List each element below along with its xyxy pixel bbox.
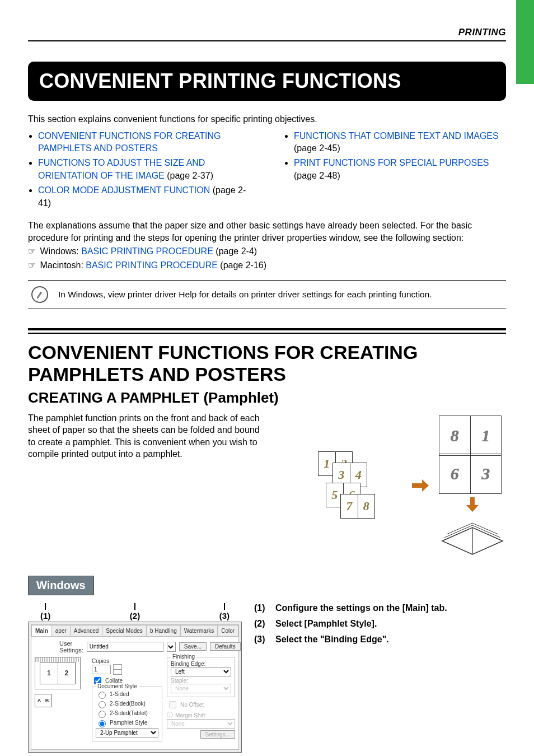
binding-edge-select[interactable]: Left xyxy=(171,667,231,676)
step-num-1: (1) xyxy=(254,603,270,613)
pointer-icon: ☞ xyxy=(28,260,35,270)
step-num-2: (2) xyxy=(254,619,270,629)
tab-job-handling[interactable]: b Handling xyxy=(146,625,181,636)
pointer-mac-page: (page 2-16) xyxy=(220,260,266,270)
section-divider xyxy=(28,328,506,334)
user-settings-label: User Settings: xyxy=(59,640,83,654)
pointer-icon: ☞ xyxy=(28,246,35,256)
user-settings-input[interactable] xyxy=(87,642,163,652)
step-num-3: (3) xyxy=(254,634,270,645)
doc-style-legend: Document Style xyxy=(96,683,139,689)
step-text-3: Select the "Binding Edge". xyxy=(275,634,389,645)
binding-edge-label: Binding Edge: xyxy=(171,661,231,667)
orientation-icon: A B xyxy=(35,694,51,707)
page-title: CONVENIENT PRINTING FUNCTIONS xyxy=(28,62,506,101)
intro-text: This section explains convenient functio… xyxy=(28,113,506,125)
link-special-purposes[interactable]: PRINT FUNCTIONS FOR SPECIAL PURPOSES xyxy=(294,158,489,167)
radio-pamphlet-style[interactable] xyxy=(99,720,106,727)
heading-creating-pamphlet: CREATING A PAMPHLET (Pamphlet) xyxy=(28,389,506,407)
header-rule: PRINTING xyxy=(28,40,506,41)
callout-2: (2) xyxy=(130,611,140,620)
spread-page: 3 xyxy=(471,454,502,493)
radio-2sided-tablet[interactable] xyxy=(99,711,106,718)
tab-main[interactable]: Main xyxy=(31,625,52,636)
pointer-mac-prefix: Macintosh: xyxy=(40,260,86,270)
copies-label: Copies: xyxy=(92,658,162,664)
pamphlet-description: The pamphlet function prints on the fron… xyxy=(28,412,263,556)
tab-advanced[interactable]: Advanced xyxy=(70,625,102,636)
opt-pamphlet: Pamphlet Style xyxy=(110,720,147,726)
tab-bar: Main aper Advanced Special Modes b Handl… xyxy=(31,625,238,637)
defaults-button[interactable]: Defaults xyxy=(210,642,241,651)
preview-page-1: 1 xyxy=(40,662,58,684)
callout-3: (3) xyxy=(219,611,229,620)
explanation-text: The explanations assume that the paper s… xyxy=(28,220,506,245)
radio-1sided[interactable] xyxy=(99,692,106,699)
staple-label: Staple: xyxy=(171,678,231,684)
booklet-icon xyxy=(439,515,506,556)
settings-button: Settings... xyxy=(200,730,235,739)
callout-1: (1) xyxy=(40,611,50,620)
orient-b: B xyxy=(45,698,49,703)
printer-driver-dialog: Main aper Advanced Special Modes b Handl… xyxy=(28,622,242,753)
preview-page-2: 2 xyxy=(58,662,76,684)
margin-shift-label: Margin Shift: xyxy=(175,712,207,718)
spread-page: 1 xyxy=(471,416,502,455)
copies-input[interactable] xyxy=(92,665,111,674)
spread-top: 8 1 xyxy=(439,416,502,456)
step-text-2: Select [Pamphlet Style]. xyxy=(275,619,377,629)
note-box: In Windows, view printer driver Help for… xyxy=(28,280,506,309)
pencil-icon xyxy=(30,285,50,305)
orient-a: A xyxy=(38,698,41,703)
opt-1sided: 1-Sided xyxy=(110,691,129,697)
link-column-left: CONVENIENT FUNCTIONS FOR CREATING PAMPHL… xyxy=(28,130,250,212)
arrow-right-icon xyxy=(412,480,429,491)
link-pamphlets-posters[interactable]: CONVENIENT FUNCTIONS FOR CREATING PAMPHL… xyxy=(38,131,221,153)
tab-paper[interactable]: aper xyxy=(51,625,71,636)
spread-page: 6 xyxy=(439,454,471,493)
margin-shift-select: None xyxy=(167,719,235,729)
pamphlet-type-select[interactable]: 2-Up Pamphlet xyxy=(96,728,158,738)
tab-watermarks[interactable]: Watermarks xyxy=(180,625,218,636)
info-icon: ⓘ xyxy=(167,711,173,719)
sheet-num: 7 xyxy=(341,494,358,518)
no-offset-label: No Offset xyxy=(180,702,204,708)
user-settings-dropdown[interactable] xyxy=(167,642,176,652)
no-offset-checkbox xyxy=(169,701,176,708)
link-suffix: (page 2-45) xyxy=(294,143,340,153)
section-label: PRINTING xyxy=(458,27,506,38)
spread-mid: 6 3 xyxy=(439,454,502,494)
link-column-right: FUNCTIONS THAT COMBINE TEXT AND IMAGES (… xyxy=(284,130,506,212)
link-text-images[interactable]: FUNCTIONS THAT COMBINE TEXT AND IMAGES xyxy=(294,131,499,141)
spread-page: 8 xyxy=(439,416,471,455)
tab-color[interactable]: Color xyxy=(217,625,238,636)
opt-2book: 2-Sided(Book) xyxy=(110,701,146,707)
spinner-icon[interactable] xyxy=(113,664,122,675)
link-basic-printing-win[interactable]: BASIC PRINTING PROCEDURE xyxy=(81,246,213,256)
sheet-num: 8 xyxy=(358,494,375,518)
pamphlet-diagram: 1 2 3 4 5 6 7 8 xyxy=(279,412,506,556)
link-basic-printing-mac[interactable]: BASIC PRINTING PROCEDURE xyxy=(86,260,218,270)
arrow-down-icon xyxy=(467,497,477,512)
step-text-1: Configure the settings on the [Main] tab… xyxy=(275,603,447,613)
radio-2sided-book[interactable] xyxy=(99,701,106,708)
save-button[interactable]: Save... xyxy=(179,642,207,651)
staple-select: None xyxy=(171,684,231,693)
heading-pamphlets-posters: CONVENIENT FUNCTIONS FOR CREATING PAMPHL… xyxy=(28,342,506,385)
link-suffix: (page 2-48) xyxy=(294,171,340,180)
callout-row: (1) (2) (3) xyxy=(28,603,242,620)
note-text: In Windows, view printer driver Help for… xyxy=(58,290,432,300)
link-color-mode[interactable]: COLOR MODE ADJUSTMENT FUNCTION xyxy=(38,185,210,195)
preview-icon: 1 2 xyxy=(35,657,81,689)
os-badge-windows: Windows xyxy=(28,576,94,595)
accent-stripe xyxy=(516,0,534,84)
pointer-win-page: (page 2-4) xyxy=(216,246,257,256)
pointer-win-prefix: Windows: xyxy=(40,246,81,256)
tab-special-modes[interactable]: Special Modes xyxy=(102,625,147,636)
finishing-legend: Finishing xyxy=(171,654,196,660)
link-suffix: (page 2-37) xyxy=(165,171,213,180)
opt-2tablet: 2-Sided(Tablet) xyxy=(110,710,148,716)
